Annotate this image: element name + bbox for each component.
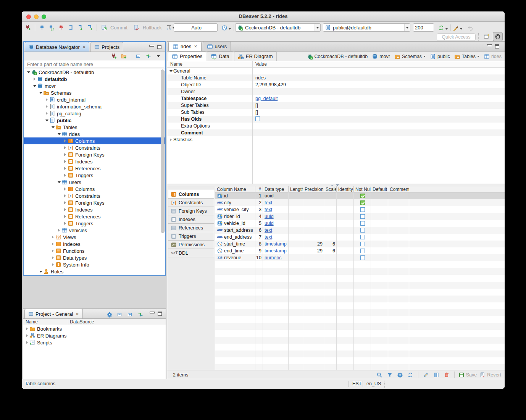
connection-combo-arrow[interactable] (315, 24, 320, 31)
expanded-arrow-icon[interactable] (169, 68, 173, 74)
collapsed-arrow-icon[interactable] (63, 201, 68, 204)
dbeaver-perspective-button[interactable] (493, 32, 503, 41)
table-row-vehicle_id[interactable]: vehicle_id5uuid (215, 220, 505, 227)
table-row-end_address[interactable]: ABCend_address7text (215, 234, 505, 241)
not-null-checkbox[interactable] (360, 221, 365, 226)
tab-projects[interactable]: Projects (90, 42, 123, 52)
view-menu-button[interactable] (155, 52, 162, 60)
link-with-editor-button[interactable] (145, 52, 152, 60)
footer-refresh-button[interactable] (407, 371, 414, 379)
breadcrumb-public[interactable]: public (430, 53, 450, 60)
schema-combo-arrow[interactable] (404, 24, 410, 31)
tab-er-diagram[interactable]: ER Diagram (234, 52, 277, 61)
close-tab-icon[interactable]: ✕ (194, 44, 197, 48)
tree-item-public[interactable]: public (24, 117, 165, 124)
brush-tool-button[interactable] (452, 24, 460, 32)
tree-item-pg-catalog[interactable]: pg_catalog (24, 110, 165, 117)
has-oids-checkbox[interactable] (255, 116, 260, 121)
connection-combo[interactable]: CockroachDB - defaultdb (235, 23, 321, 32)
quick-access-input[interactable]: Quick Access (437, 33, 476, 41)
column-header-column-name[interactable]: Column Name (215, 186, 255, 192)
tree-item-schemas[interactable]: Schemas (24, 89, 165, 96)
minimize-view-button[interactable] (150, 312, 154, 315)
property-row-general[interactable]: General (167, 68, 505, 74)
new-sql-editor-button[interactable] (86, 24, 94, 31)
collapsed-arrow-icon[interactable] (63, 187, 68, 191)
collapsed-arrow-icon[interactable] (45, 98, 49, 101)
not-null-checkbox[interactable] (360, 255, 365, 260)
tree-item-vehicles[interactable]: vehicles (24, 227, 165, 234)
not-null-checkbox[interactable] (360, 194, 365, 198)
tree-item-constraints[interactable]: Constraints (24, 144, 165, 151)
not-null-checkbox[interactable] (360, 235, 365, 239)
property-row-sub-tables[interactable]: Sub Tables[] (167, 109, 505, 116)
collapsed-arrow-icon[interactable] (63, 139, 68, 142)
open-perspective-button[interactable] (482, 32, 492, 41)
project-expand-all-button[interactable] (126, 311, 134, 318)
table-row-city[interactable]: ABCcity2text (215, 199, 505, 206)
property-row-super-tables[interactable]: Super Tables[] (167, 102, 505, 109)
nav-new-folder-button[interactable] (120, 52, 127, 60)
not-null-checkbox[interactable] (360, 228, 365, 233)
column-header-data-type[interactable]: Data type (263, 186, 289, 192)
data-type-link[interactable]: text (265, 200, 272, 205)
collapsed-arrow-icon[interactable] (63, 222, 68, 225)
collapse-all-button[interactable] (135, 52, 142, 60)
collapsed-arrow-icon[interactable] (45, 105, 49, 108)
tab-data[interactable]: Data (207, 52, 233, 61)
detail-tab-constraints[interactable]: Constraints (168, 198, 214, 207)
tree-item-cockroachdb-defaultdb[interactable]: CockroachDB - defaultdb (24, 69, 165, 76)
tab-database-navigator[interactable]: Database Navigator ✕ (25, 42, 89, 52)
collapsed-arrow-icon[interactable] (51, 242, 55, 246)
collapsed-arrow-icon[interactable] (63, 215, 68, 218)
property-row-table-name[interactable]: Table Namerides (167, 74, 505, 81)
transaction-history-button[interactable] (221, 24, 228, 32)
maximize-view-button[interactable] (158, 312, 162, 316)
tree-item-triggers[interactable]: Triggers (24, 220, 165, 227)
footer-filter-button[interactable] (386, 371, 394, 379)
tree-item-columns[interactable]: Columns (24, 186, 165, 192)
tablespace-link[interactable]: pg_default (255, 96, 278, 101)
breadcrumb-tables[interactable]: Tables (454, 53, 479, 60)
transaction-log-button[interactable] (167, 24, 174, 31)
data-type-link[interactable]: uuid (265, 193, 274, 199)
footer-columns-button[interactable] (432, 371, 440, 379)
column-header-scale[interactable]: Scale (324, 186, 337, 192)
column-header-datasource[interactable]: DataSource (70, 319, 94, 325)
not-null-checkbox[interactable] (360, 242, 365, 246)
breadcrumb-cockroachdb-defaultdb[interactable]: CockroachDB - defaultdb (307, 53, 368, 60)
save-button[interactable]: Save (458, 372, 477, 378)
collapsed-arrow-icon[interactable] (45, 112, 49, 115)
property-row-object-id[interactable]: Object ID2,293,998,429 (167, 81, 505, 88)
detail-tab-indexes[interactable]: Indexes (168, 215, 214, 224)
maximize-view-button[interactable] (157, 45, 161, 49)
tree-item-constraints[interactable]: Constraints (24, 192, 165, 199)
prop-header-name[interactable]: Name (170, 61, 182, 67)
expanded-arrow-icon[interactable] (39, 269, 43, 274)
column-header-default[interactable]: Default (371, 186, 388, 192)
data-type-link[interactable]: numeric (265, 255, 281, 260)
tree-item-tables[interactable]: Tables (24, 124, 165, 131)
minimize-view-button[interactable] (149, 45, 153, 48)
expanded-arrow-icon[interactable] (51, 124, 55, 130)
collapsed-arrow-icon[interactable] (63, 146, 68, 149)
not-null-checkbox[interactable] (360, 214, 365, 219)
column-header-length[interactable]: Length (289, 186, 303, 192)
collapsed-arrow-icon[interactable] (25, 327, 29, 330)
table-row-revenue[interactable]: 123revenue10numeric (215, 254, 505, 261)
expanded-arrow-icon[interactable] (45, 118, 49, 123)
detail-tab-references[interactable]: References (168, 223, 214, 232)
close-tab-icon[interactable]: ✕ (82, 45, 86, 49)
data-type-link[interactable]: text (265, 207, 272, 212)
timezone-label[interactable]: EST (352, 381, 361, 386)
property-row-owner[interactable]: Owner (167, 88, 505, 95)
column-header-identity[interactable]: Identity (337, 186, 354, 192)
data-type-link[interactable]: timestamp (265, 248, 287, 254)
breadcrumb-schemas[interactable]: Schemas (394, 53, 426, 60)
editor-tab-rides[interactable]: rides✕ (168, 41, 202, 51)
table-row-start_time[interactable]: start_time8timestamp296 (215, 241, 505, 247)
tree-item-users[interactable]: users (24, 179, 165, 186)
tree-item-indexes[interactable]: Indexes (24, 241, 165, 247)
collapsed-arrow-icon[interactable] (57, 229, 61, 232)
prop-header-value[interactable]: Value (255, 61, 267, 67)
